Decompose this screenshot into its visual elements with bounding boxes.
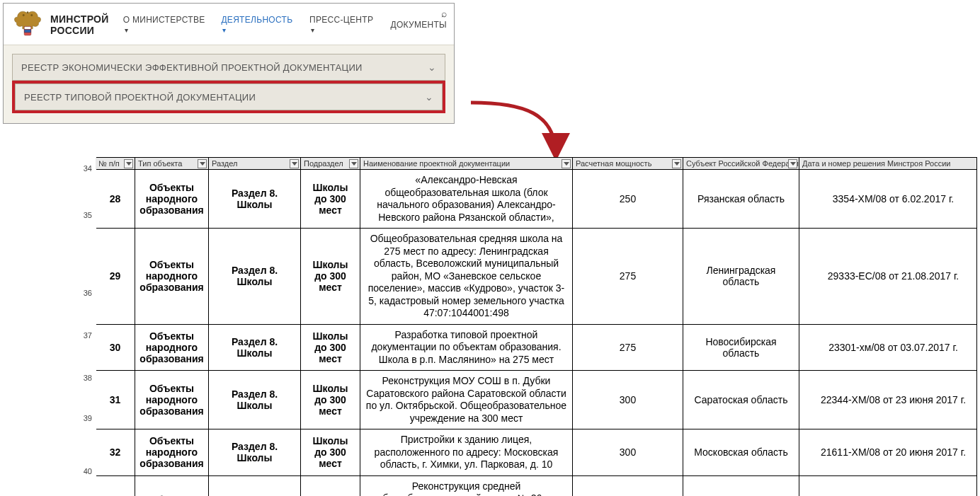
cell-text: Школы до 300 мест — [313, 383, 348, 417]
registry-table: № п/п Тип объекта Раздел Подраздел Наиме… — [95, 157, 977, 496]
table-cell: Общеобразовательная средняя школа на 275… — [360, 229, 573, 325]
cell-text: Саратоская область — [695, 394, 788, 405]
table-cell: Раздел 8. Школы — [209, 475, 301, 496]
chevron-down-icon: ▾ — [222, 26, 226, 34]
main-nav: О МИНИСТЕРСТВЕ▾ ДЕЯТЕЛЬНОСТЬ▾ ПРЕСС-ЦЕНТ… — [123, 15, 447, 35]
filter-icon[interactable] — [672, 159, 681, 168]
registry-table-wrap: 34 35 36 37 38 39 40 № п/п Тип объекта Р… — [78, 157, 977, 496]
svg-rect-1 — [24, 26, 31, 29]
table-cell: Московская область — [683, 475, 799, 496]
nav-press[interactable]: ПРЕСС-ЦЕНТР▾ — [309, 15, 375, 35]
svg-point-3 — [23, 14, 25, 16]
cell-text: Общеобразовательная средняя школа на 275… — [368, 233, 565, 318]
registry-effective-label: РЕЕСТР ЭКОНОМИЧЕСКИ ЭФФЕКТИВНОЙ ПРОЕКТНО… — [21, 62, 363, 73]
cell-text: Раздел 8. Школы — [232, 388, 278, 411]
cell-text: Ленинградская область — [707, 265, 776, 287]
table-cell: Школы до 300 мест — [301, 229, 360, 325]
row-number: 35 — [78, 211, 92, 219]
cell-text: 300 — [620, 446, 636, 458]
dropdown-area: РЕЕСТР ЭКОНОМИЧЕСКИ ЭФФЕКТИВНОЙ ПРОЕКТНО… — [4, 45, 454, 123]
filter-icon[interactable] — [290, 159, 299, 168]
filter-icon[interactable] — [198, 159, 207, 168]
col-capacity[interactable]: Расчетная мощность — [573, 158, 683, 170]
col-subsection[interactable]: Подраздел — [301, 158, 360, 170]
col-subsection-label: Подраздел — [304, 159, 343, 168]
cell-text: Школы до 300 мест — [313, 330, 348, 364]
chevron-down-icon: ▾ — [311, 26, 314, 34]
table-cell: 275 — [573, 229, 683, 325]
cell-text: Пристройки к зданию лицея, расположенног… — [375, 434, 559, 470]
cell-text: Раздел 8. Школы — [232, 188, 278, 210]
registry-typical-dropdown[interactable]: РЕЕСТР ТИПОВОЙ ПРОЕКТНОЙ ДОКУМЕНТАЦИИ ⌄ — [15, 83, 443, 110]
cell-text: 300 — [620, 394, 636, 405]
nav-about[interactable]: О МИНИСТЕРСТВЕ▾ — [123, 15, 206, 35]
col-section[interactable]: Раздел — [209, 158, 301, 170]
table-cell: 29 — [96, 229, 135, 325]
emblem-icon — [11, 8, 45, 42]
filter-icon[interactable] — [788, 159, 797, 168]
cell-text: 250 — [620, 193, 636, 204]
nav-documents[interactable]: ДОКУМЕНТЫ — [390, 20, 447, 30]
row-number: 38 — [78, 374, 92, 382]
table-header-row: № п/п Тип объекта Раздел Подраздел Наиме… — [96, 158, 978, 170]
table-cell: 21611-ХМ/08 от 20 июня 2017 г. — [799, 429, 978, 476]
table-cell: 275 — [573, 324, 683, 371]
nav-press-label: ПРЕСС-ЦЕНТР — [309, 15, 373, 25]
col-type-label: Тип объекта — [138, 159, 182, 168]
table-cell: Раздел 8. Школы — [209, 229, 301, 325]
col-resolution[interactable]: Дата и номер решения Минстроя России — [799, 158, 978, 170]
filter-icon[interactable] — [562, 159, 571, 168]
col-section-label: Раздел — [212, 159, 237, 168]
table-cell: Ленинградская область — [683, 229, 799, 325]
chevron-down-icon: ⌄ — [425, 91, 433, 103]
table-row: 32Объекты народного образованияРаздел 8.… — [96, 429, 978, 476]
table-cell: «Александро-Невская общеобразовательная … — [360, 170, 573, 229]
svg-point-5 — [27, 11, 29, 13]
filter-icon[interactable] — [124, 159, 133, 168]
col-resolution-label: Дата и номер решения Минстроя России — [802, 159, 951, 168]
col-type[interactable]: Тип объекта — [135, 158, 209, 170]
cell-text: Раздел 8. Школы — [232, 441, 278, 463]
table-cell: Рязанская область — [683, 170, 799, 229]
table-cell: Раздел 8. Школы — [209, 324, 301, 371]
table-row: 28Объекты народного образованияРаздел 8.… — [96, 170, 978, 229]
table-row: 31Объекты народного образованияРаздел 8.… — [96, 371, 978, 429]
col-name[interactable]: Наименование проектной документации — [360, 158, 573, 170]
registry-effective-dropdown[interactable]: РЕЕСТР ЭКОНОМИЧЕСКИ ЭФФЕКТИВНОЙ ПРОЕКТНО… — [12, 54, 445, 81]
table-cell: 23301-хм/08 от 03.07.2017 г. — [799, 324, 978, 371]
brand: МИНСТРОЙ РОССИИ — [50, 13, 109, 36]
col-region[interactable]: Субъект Российской Федерации — [683, 158, 799, 170]
ministry-nav-panel: ⌕ МИНСТРОЙ РОССИИ О МИНИСТЕРСТВЕ▾ ДЕЯТЕЛ… — [3, 3, 455, 124]
table-cell: Реконструкция средней общеобразовательно… — [360, 475, 573, 496]
col-num-label: № п/п — [98, 159, 120, 168]
table-cell: Саратоская область — [683, 371, 799, 429]
cell-text: Рязанская область — [697, 193, 785, 204]
table-cell: Объекты народного образования — [135, 475, 209, 496]
nav-activity[interactable]: ДЕЯТЕЛЬНОСТЬ▾ — [221, 15, 294, 35]
cell-text: Школы до 300 мест — [313, 435, 348, 469]
cell-text: 32 — [110, 446, 121, 458]
filter-icon[interactable] — [349, 159, 358, 168]
table-cell: Школы до 300 мест — [301, 324, 360, 371]
col-num[interactable]: № п/п — [96, 158, 135, 170]
cell-text: 275 — [620, 270, 636, 282]
table-cell: 21611-ХМ/08 от 20 июня 2017 г. — [799, 475, 978, 496]
cell-text: Объекты народного образования — [139, 435, 203, 469]
brand-line1: МИНСТРОЙ — [50, 13, 109, 25]
registry-typical-label: РЕЕСТР ТИПОВОЙ ПРОЕКТНОЙ ДОКУМЕНТАЦИИ — [24, 92, 256, 103]
chevron-down-icon: ▾ — [125, 26, 128, 34]
arrow-icon — [467, 99, 574, 166]
table-cell: Школы до 300 мест — [301, 371, 360, 429]
svg-point-4 — [30, 14, 33, 16]
search-icon[interactable]: ⌕ — [441, 8, 447, 19]
cell-text: 21611-ХМ/08 от 20 июня 2017 г. — [821, 446, 966, 458]
col-capacity-label: Расчетная мощность — [576, 159, 651, 168]
table-cell: Новосибирская область — [683, 324, 799, 371]
cell-text: Объекты народного образования — [139, 182, 203, 216]
table-cell: 3354-ХМ/08 от 6.02.2017 г. — [799, 170, 978, 229]
cell-text: Новосибирская область — [705, 336, 776, 359]
cell-text: 22344-ХМ/08 от 23 июня 2017 г. — [821, 394, 966, 405]
row-gutter: 34 35 36 37 38 39 40 — [78, 157, 96, 496]
table-cell: 32 — [96, 429, 135, 476]
cell-text: Объекты народного образования — [139, 259, 203, 293]
